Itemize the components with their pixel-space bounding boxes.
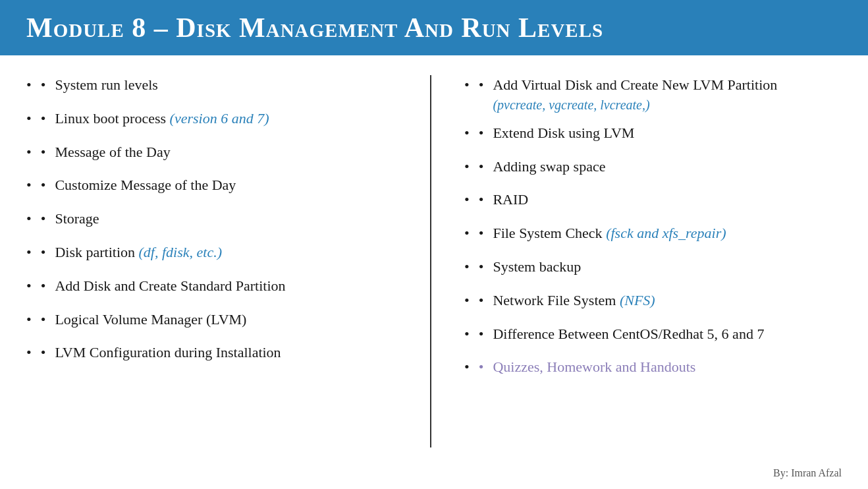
item-text-quizzes: Quizzes, Homework and Handouts — [493, 357, 695, 378]
item-text: Network File System (NFS) — [493, 291, 655, 311]
bullet: • — [479, 157, 484, 177]
list-item: • System backup — [464, 257, 842, 277]
item-text: Difference Between CentOS/Redhat 5, 6 an… — [493, 324, 764, 345]
italic-text: (df, fdisk, etc.) — [139, 244, 222, 260]
bullet: • — [479, 75, 484, 96]
list-item: • Storage — [26, 209, 404, 229]
list-item: • Logical Volume Manager (LVM) — [26, 310, 404, 330]
bullet: • — [479, 324, 484, 345]
bullet: • — [479, 123, 484, 144]
list-item: • LVM Configuration during Installation — [26, 343, 404, 363]
list-item: • Adding swap space — [464, 157, 842, 177]
bullet: • — [41, 310, 46, 330]
bullet: • — [479, 223, 484, 244]
list-item: • Add Disk and Create Standard Partition — [26, 276, 404, 297]
list-item: • Customize Message of the Day — [26, 175, 404, 196]
list-item: • Extend Disk using LVM — [464, 123, 842, 144]
bullet: • — [41, 209, 46, 229]
slide-footer: By: Imran Afzal — [0, 461, 868, 489]
item-text: Customize Message of the Day — [55, 175, 236, 196]
item-text: Disk partition (df, fdisk, etc.) — [55, 243, 222, 263]
item-text: Logical Volume Manager (LVM) — [55, 310, 246, 330]
item-text: System backup — [493, 257, 581, 277]
list-item: • Message of the Day — [26, 142, 404, 163]
italic-text: (version 6 and 7) — [170, 110, 269, 127]
left-column: • System run levels • Linux boot process… — [26, 75, 431, 447]
slide: Module 8 – Disk Management and Run Level… — [0, 0, 868, 489]
footer-text: By: Imran Afzal — [773, 467, 842, 478]
right-list: • Add Virtual Disk and Create New LVM Pa… — [464, 75, 842, 378]
item-text: Linux boot process (version 6 and 7) — [55, 109, 269, 129]
item-text: Add Virtual Disk and Create New LVM Part… — [493, 75, 777, 96]
item-text: RAID — [493, 190, 528, 210]
bullet: • — [479, 291, 484, 311]
item-text: Add Disk and Create Standard Partition — [55, 276, 285, 297]
bullet: • — [41, 75, 46, 96]
italic-subtext: (pvcreate, vgcreate, lvcreate,) — [493, 96, 777, 114]
slide-content: • System run levels • Linux boot process… — [0, 55, 868, 461]
list-item: • System run levels — [26, 75, 404, 96]
item-text: Storage — [55, 209, 99, 229]
list-item: • Linux boot process (version 6 and 7) — [26, 109, 404, 129]
list-item: • File System Check (fsck and xfs_repair… — [464, 223, 842, 244]
bullet: • — [41, 276, 46, 297]
italic-text: (NFS) — [620, 292, 655, 308]
list-item: • Disk partition (df, fdisk, etc.) — [26, 243, 404, 263]
bullet-purple: • — [479, 357, 484, 378]
item-text: Message of the Day — [55, 142, 170, 163]
list-item-quizzes: • Quizzes, Homework and Handouts — [464, 357, 842, 378]
item-text: System run levels — [55, 75, 157, 96]
bullet: • — [41, 109, 46, 129]
list-item: • RAID — [464, 190, 842, 210]
bullet: • — [479, 257, 484, 277]
item-text: File System Check (fsck and xfs_repair) — [493, 223, 726, 244]
right-column: • Add Virtual Disk and Create New LVM Pa… — [431, 75, 842, 447]
bullet: • — [41, 243, 46, 263]
slide-header: Module 8 – Disk Management and Run Level… — [0, 0, 868, 55]
item-text-block: Add Virtual Disk and Create New LVM Part… — [493, 75, 777, 114]
italic-text: (fsck and xfs_repair) — [606, 225, 726, 241]
bullet: • — [41, 343, 46, 363]
bullet: • — [41, 142, 46, 163]
list-item: • Network File System (NFS) — [464, 291, 842, 311]
left-list: • System run levels • Linux boot process… — [26, 75, 404, 363]
item-text: LVM Configuration during Installation — [55, 343, 281, 363]
slide-title: Module 8 – Disk Management and Run Level… — [26, 12, 842, 43]
item-text: Extend Disk using LVM — [493, 123, 634, 144]
bullet: • — [479, 190, 484, 210]
list-item: • Difference Between CentOS/Redhat 5, 6 … — [464, 324, 842, 345]
list-item: • Add Virtual Disk and Create New LVM Pa… — [464, 75, 842, 114]
item-text: Adding swap space — [493, 157, 605, 177]
bullet: • — [41, 175, 46, 196]
